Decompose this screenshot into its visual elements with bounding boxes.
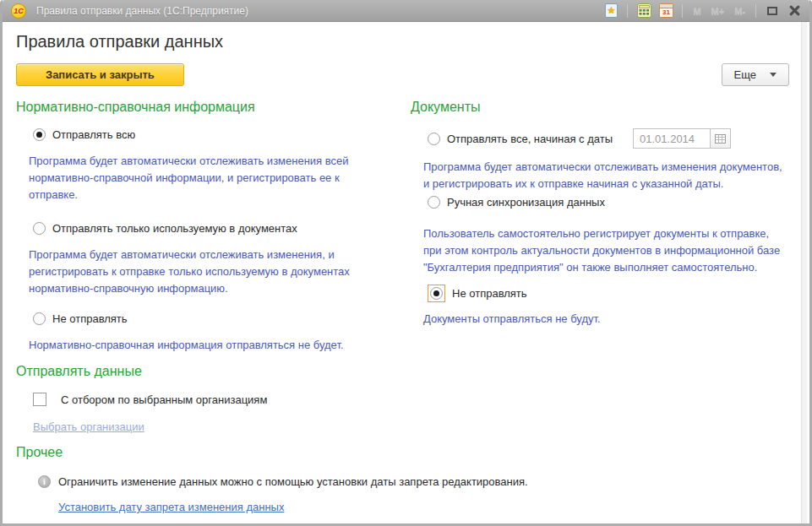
radio-no-send-nsi[interactable]: Не отправлять bbox=[16, 312, 399, 325]
documents-section-heading: Документы bbox=[411, 100, 791, 115]
documents-option-description: Программа будет автоматически отслеживат… bbox=[411, 159, 782, 193]
nsi-section-heading: Нормативно-справочная информация bbox=[16, 100, 399, 115]
close-icon bbox=[789, 5, 800, 16]
radio-icon[interactable] bbox=[428, 133, 440, 145]
info-icon: i bbox=[38, 475, 51, 488]
documents-option-description: Пользователь самостоятельно регистрирует… bbox=[411, 225, 782, 276]
start-date-input[interactable] bbox=[633, 128, 711, 149]
calendar-icon: 31 bbox=[659, 3, 673, 18]
radio-send-all-docs-from-date[interactable]: Отправлять все, начиная с даты bbox=[411, 128, 791, 149]
two-column-layout: Нормативно-справочная информация Отправл… bbox=[16, 100, 791, 445]
checkbox-label: С отбором по выбранным организациям bbox=[61, 393, 267, 406]
calendar-grid-icon bbox=[715, 134, 726, 144]
save-and-close-button[interactable]: Записать и закрыть bbox=[16, 63, 184, 86]
nsi-column: Нормативно-справочная информация Отправл… bbox=[16, 100, 399, 445]
memory-m-button: M bbox=[690, 6, 703, 16]
checkbox-icon[interactable] bbox=[33, 393, 46, 406]
radio-manual-sync[interactable]: Ручная синхронизация данных bbox=[411, 196, 791, 209]
maximize-button[interactable] bbox=[764, 3, 781, 19]
other-section: Прочее i Ограничить изменение данных мож… bbox=[16, 445, 791, 514]
nsi-option-description: Программа будет автоматически отслеживат… bbox=[16, 247, 388, 297]
memory-m-minus-button: M- bbox=[732, 6, 748, 16]
radio-icon[interactable] bbox=[33, 128, 46, 141]
documents-column: Документы Отправлять все, начиная с даты bbox=[411, 100, 791, 445]
1c-logo-icon: 1С bbox=[11, 3, 26, 19]
page-title: Правила отправки данных bbox=[16, 32, 791, 52]
more-button-label: Еще bbox=[734, 68, 756, 81]
favorites-button[interactable]: ★ bbox=[602, 3, 619, 19]
window-title: Правила отправки данных (1С:Предприятие) bbox=[36, 5, 602, 17]
radio-icon[interactable] bbox=[33, 222, 46, 235]
start-date-field bbox=[633, 128, 731, 149]
send-data-section-heading: Отправлять данные bbox=[16, 364, 399, 379]
radio-icon[interactable] bbox=[428, 196, 440, 209]
titlebar: 1С Правила отправки данных (1С:Предприят… bbox=[3, 0, 809, 22]
documents-option-description: Документы отправляться не будут. bbox=[411, 311, 782, 328]
calendar-button[interactable]: 31 bbox=[657, 3, 674, 19]
nsi-option-description: Нормативно-справочная информация отправл… bbox=[16, 337, 388, 354]
radio-no-send-docs[interactable]: Не отправлять bbox=[411, 285, 791, 302]
checkbox-filter-by-org[interactable]: С отбором по выбранным организациям bbox=[16, 393, 399, 406]
select-organizations-link[interactable]: Выбрать организации bbox=[33, 420, 144, 433]
titlebar-icons: ★ 31 M M+ bbox=[602, 3, 803, 19]
info-row: i Ограничить изменение данных можно с по… bbox=[16, 474, 791, 491]
maximize-icon bbox=[767, 7, 777, 15]
focus-ring bbox=[428, 285, 445, 302]
radio-icon[interactable] bbox=[33, 312, 46, 325]
radio-label: Ручная синхронизация данных bbox=[447, 196, 605, 209]
date-picker-button[interactable] bbox=[711, 128, 731, 149]
memory-m-plus-button: M+ bbox=[709, 6, 728, 16]
titlebar-separator bbox=[755, 4, 756, 18]
set-ban-date-link[interactable]: Установить дату запрета изменения данных bbox=[58, 501, 284, 513]
radio-label: Отправлять всю bbox=[52, 128, 135, 141]
titlebar-separator bbox=[627, 4, 628, 18]
form-content: Правила отправки данных Записать и закры… bbox=[3, 22, 809, 523]
radio-send-all-nsi[interactable]: Отправлять всю bbox=[16, 128, 399, 141]
radio-label: Не отправлять bbox=[452, 287, 527, 300]
star-document-icon: ★ bbox=[605, 3, 618, 18]
app-window: 1С Правила отправки данных (1С:Предприят… bbox=[0, 0, 812, 526]
titlebar-separator bbox=[682, 4, 683, 18]
radio-label: Отправлять только используемую в докумен… bbox=[52, 222, 297, 235]
more-button[interactable]: Еще bbox=[722, 63, 789, 86]
chevron-down-icon bbox=[770, 73, 777, 77]
radio-icon[interactable] bbox=[430, 287, 443, 300]
nsi-option-description: Программа будет автоматически отслеживат… bbox=[16, 153, 388, 203]
other-section-heading: Прочее bbox=[16, 445, 791, 460]
radio-send-used-nsi[interactable]: Отправлять только используемую в докумен… bbox=[16, 222, 399, 235]
close-button[interactable] bbox=[786, 3, 803, 19]
scrollbar-gutter[interactable] bbox=[801, 22, 807, 523]
calculator-button[interactable] bbox=[635, 3, 652, 19]
radio-label: Отправлять все, начиная с даты bbox=[447, 133, 613, 145]
toolbar: Записать и закрыть Еще bbox=[16, 63, 791, 86]
info-text: Ограничить изменение данных можно с помо… bbox=[58, 474, 528, 491]
calculator-icon bbox=[637, 3, 651, 18]
radio-label: Не отправлять bbox=[52, 312, 128, 325]
